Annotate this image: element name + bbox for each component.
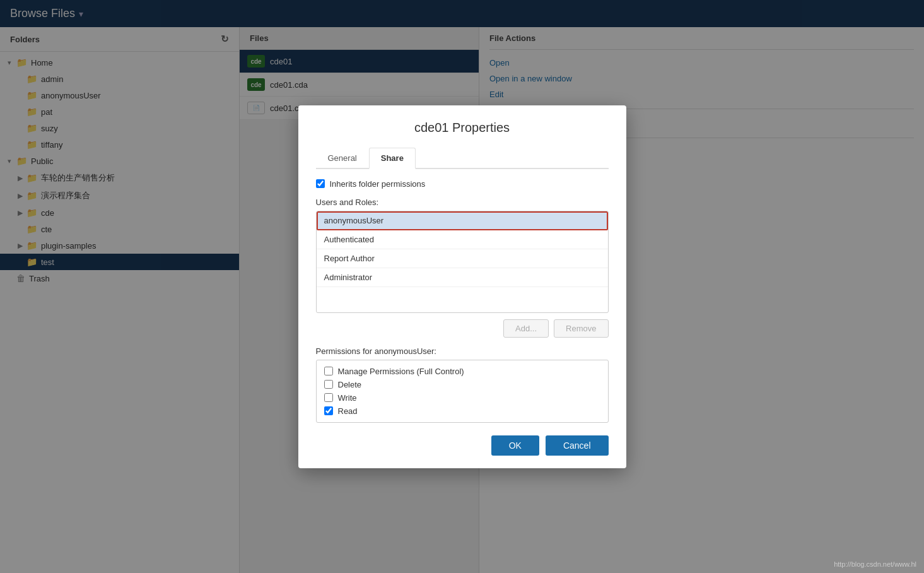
inherit-permissions-label[interactable]: Inherits folder permissions	[330, 179, 426, 189]
permissions-section: Manage Permissions (Full Control) Delete…	[316, 360, 609, 423]
user-item-anonymous[interactable]: anonymousUser	[317, 211, 608, 230]
perm-read-label[interactable]: Read	[338, 406, 358, 416]
watermark: http://blog.csdn.net/www.hl	[834, 560, 916, 568]
modal-overlay: cde01 Properties General Share Inherits …	[0, 0, 924, 573]
remove-button[interactable]: Remove	[554, 319, 608, 338]
tab-share[interactable]: Share	[369, 148, 416, 169]
perm-full-checkbox[interactable]	[324, 367, 333, 375]
user-item-report-author[interactable]: Report Author	[317, 249, 608, 268]
users-list-empty	[317, 287, 608, 312]
perm-write-label[interactable]: Write	[338, 393, 357, 403]
modal-title: cde01 Properties	[316, 121, 609, 135]
perm-read-checkbox[interactable]	[324, 406, 333, 415]
perm-row-full: Manage Permissions (Full Control)	[324, 367, 600, 376]
perm-row-delete: Delete	[324, 380, 600, 389]
cancel-button[interactable]: Cancel	[546, 435, 609, 456]
inherit-permissions-checkbox[interactable]	[316, 179, 325, 188]
permissions-label: Permissions for anonymousUser:	[316, 346, 609, 356]
perm-delete-label[interactable]: Delete	[338, 380, 362, 389]
perm-full-label[interactable]: Manage Permissions (Full Control)	[338, 367, 464, 376]
add-remove-row: Add... Remove	[316, 319, 609, 338]
modal-tabs: General Share	[316, 148, 609, 169]
perm-delete-checkbox[interactable]	[324, 380, 333, 389]
inherit-permissions-row: Inherits folder permissions	[316, 179, 609, 189]
perm-write-checkbox[interactable]	[324, 393, 333, 402]
user-item-authenticated[interactable]: Authenticated	[317, 230, 608, 249]
properties-modal: cde01 Properties General Share Inherits …	[298, 105, 626, 468]
users-roles-label: Users and Roles:	[316, 198, 609, 207]
ok-button[interactable]: OK	[491, 435, 539, 456]
add-button[interactable]: Add...	[503, 319, 549, 338]
perm-row-read: Read	[324, 406, 600, 416]
tab-general[interactable]: General	[316, 148, 369, 169]
users-list: anonymousUser Authenticated Report Autho…	[316, 211, 609, 313]
user-item-administrator[interactable]: Administrator	[317, 268, 608, 287]
modal-footer: OK Cancel	[316, 435, 609, 456]
perm-row-write: Write	[324, 393, 600, 403]
